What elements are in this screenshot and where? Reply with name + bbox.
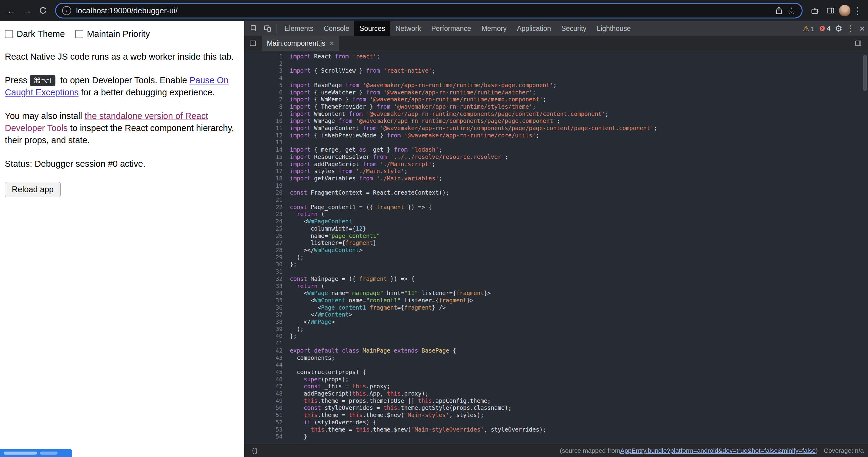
- code-line[interactable]: 14import { merge, get as _get } from 'lo…: [244, 146, 868, 154]
- browser-menu-icon[interactable]: ⋮: [851, 5, 864, 16]
- code-line[interactable]: 18import getVariables from './Main.varia…: [244, 175, 868, 182]
- pretty-print-button[interactable]: {}: [249, 446, 261, 455]
- code-line[interactable]: 19: [244, 182, 868, 190]
- code-line[interactable]: 15import ResourceResolver from '../../re…: [244, 154, 868, 161]
- line-number[interactable]: 28: [244, 247, 290, 254]
- tab-security[interactable]: Security: [556, 21, 591, 36]
- page-info-icon[interactable]: i: [62, 6, 71, 15]
- line-number[interactable]: 34: [244, 290, 290, 297]
- tab-memory[interactable]: Memory: [476, 21, 512, 36]
- code-line[interactable]: 49 this.theme = props.themeToUse || this…: [244, 397, 868, 405]
- source-map-link[interactable]: AppEntry.bundle?platform=android&dev=tru…: [620, 447, 816, 454]
- line-number[interactable]: 10: [244, 118, 290, 125]
- code-line[interactable]: 30};: [244, 261, 868, 268]
- code-line[interactable]: 22const Page_content1 = ({ fragment }) =…: [244, 204, 868, 211]
- line-number[interactable]: 7: [244, 96, 290, 103]
- profile-avatar[interactable]: [839, 5, 850, 17]
- code-line[interactable]: 40};: [244, 333, 868, 340]
- code-line[interactable]: 42export default class MainPage extends …: [244, 347, 868, 354]
- line-number[interactable]: 31: [244, 268, 290, 275]
- line-number[interactable]: 53: [244, 426, 290, 433]
- code-line[interactable]: 43 components;: [244, 354, 868, 362]
- line-number[interactable]: 20: [244, 189, 290, 196]
- code-line[interactable]: 29 );: [244, 254, 868, 261]
- line-number[interactable]: 19: [244, 182, 290, 190]
- code-line[interactable]: 16import addPageScript from './Main.scri…: [244, 161, 868, 168]
- code-line[interactable]: 17import styles from './Main.style';: [244, 168, 868, 175]
- code-line[interactable]: 2: [244, 60, 868, 67]
- line-number[interactable]: 11: [244, 125, 290, 132]
- code-line[interactable]: 21: [244, 196, 868, 204]
- devtools-close-icon[interactable]: ×: [859, 24, 865, 33]
- tab-network[interactable]: Network: [391, 21, 426, 36]
- line-number[interactable]: 41: [244, 340, 290, 347]
- line-number[interactable]: 54: [244, 433, 290, 440]
- code-line[interactable]: 35 <WmContent name="content1" listener={…: [244, 297, 868, 304]
- maintain-priority-checkbox[interactable]: [75, 30, 83, 38]
- code-line[interactable]: 41: [244, 340, 868, 347]
- bookmark-star-icon[interactable]: ☆: [787, 5, 796, 16]
- line-number[interactable]: 27: [244, 239, 290, 247]
- code-line[interactable]: 20const FragmentContext = React.createCo…: [244, 189, 868, 196]
- code-line[interactable]: 28 ></WmPageContent>: [244, 247, 868, 254]
- show-navigator-icon[interactable]: [246, 37, 259, 50]
- line-number[interactable]: 18: [244, 175, 290, 182]
- address-bar[interactable]: i localhost:19000/debugger-ui/ ☆: [55, 3, 803, 19]
- code-line[interactable]: 54 }: [244, 433, 868, 440]
- code-line[interactable]: 5import BasePage from '@wavemaker/app-rn…: [244, 82, 868, 89]
- line-number[interactable]: 16: [244, 161, 290, 168]
- line-number[interactable]: 38: [244, 318, 290, 326]
- line-number[interactable]: 3: [244, 67, 290, 74]
- line-number[interactable]: 50: [244, 404, 290, 412]
- code-line[interactable]: 32const Mainpage = ({ fragment }) => {: [244, 275, 868, 283]
- tab-lighthouse[interactable]: Lighthouse: [591, 21, 636, 36]
- url-text[interactable]: localhost:19000/debugger-ui/: [76, 6, 770, 15]
- code-line[interactable]: 6import { useWatcher } from '@wavemaker/…: [244, 89, 868, 96]
- code-line[interactable]: 39 );: [244, 326, 868, 333]
- extensions-puzzle-icon[interactable]: [807, 3, 822, 18]
- line-number[interactable]: 33: [244, 283, 290, 290]
- line-number[interactable]: 24: [244, 218, 290, 225]
- line-number[interactable]: 23: [244, 210, 290, 218]
- code-line[interactable]: 4: [244, 74, 868, 82]
- code-line[interactable]: 1import React from 'react';: [244, 53, 868, 60]
- file-tab-close-icon[interactable]: ×: [330, 39, 334, 47]
- errors-badge[interactable]: 4: [819, 25, 831, 32]
- code-line[interactable]: 8import { ThemeProvider } from '@wavemak…: [244, 103, 868, 110]
- line-number[interactable]: 9: [244, 110, 290, 118]
- line-number[interactable]: 44: [244, 361, 290, 369]
- line-number[interactable]: 15: [244, 154, 290, 161]
- line-number[interactable]: 47: [244, 383, 290, 390]
- line-number[interactable]: 17: [244, 168, 290, 175]
- device-toolbar-icon[interactable]: [261, 22, 274, 35]
- code-line[interactable]: 33 return (: [244, 283, 868, 290]
- tab-console[interactable]: Console: [319, 21, 354, 36]
- code-editor[interactable]: 1import React from 'react';2 3import { S…: [244, 51, 868, 444]
- code-line[interactable]: 47 const _this = this.proxy;: [244, 383, 868, 390]
- code-line[interactable]: 48 addPageScript(this.App, this.proxy);: [244, 390, 868, 397]
- line-number[interactable]: 1: [244, 53, 290, 60]
- back-icon[interactable]: ←: [4, 3, 19, 18]
- settings-gear-icon[interactable]: ⚙: [835, 24, 842, 34]
- line-number[interactable]: 32: [244, 275, 290, 283]
- code-line[interactable]: 34 <WmPage name="mainpage" hint="11" lis…: [244, 290, 868, 297]
- reload-app-button[interactable]: Reload app: [5, 182, 61, 197]
- tab-sources[interactable]: Sources: [354, 21, 390, 36]
- share-icon[interactable]: [775, 6, 783, 15]
- line-number[interactable]: 2: [244, 60, 290, 67]
- forward-icon[interactable]: →: [20, 3, 34, 18]
- line-number[interactable]: 45: [244, 369, 290, 376]
- line-number[interactable]: 8: [244, 103, 290, 110]
- line-number[interactable]: 25: [244, 225, 290, 232]
- line-number[interactable]: 37: [244, 311, 290, 318]
- line-number[interactable]: 51: [244, 412, 290, 419]
- devtools-menu-icon[interactable]: ⋮: [846, 24, 855, 34]
- line-number[interactable]: 30: [244, 261, 290, 268]
- code-line[interactable]: 36 <Page_content1 fragment={fragment} />: [244, 304, 868, 312]
- file-tab-main-component[interactable]: Main.component.js ×: [262, 36, 339, 51]
- code-line[interactable]: 38 </WmPage>: [244, 318, 868, 326]
- line-number[interactable]: 35: [244, 297, 290, 304]
- code-line[interactable]: 26 name="page_content1": [244, 232, 868, 240]
- line-number[interactable]: 49: [244, 397, 290, 405]
- code-line[interactable]: 27 listener={fragment}: [244, 239, 868, 247]
